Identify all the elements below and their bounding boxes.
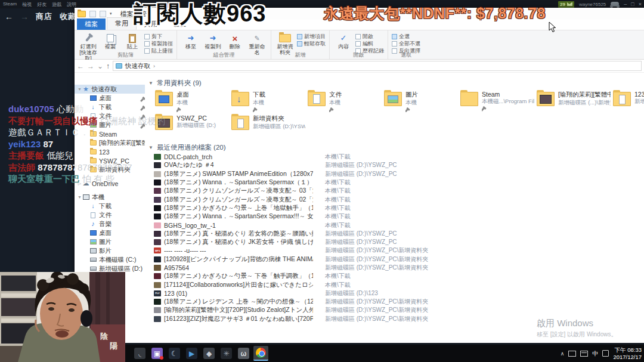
file-path: 本機\下載 — [325, 281, 351, 289]
recent-file-row[interactable]: (18禁アニメ) クリムゾンガールズ～凌辱支配～ 02「第二章 NOZOMI屈服… — [154, 195, 644, 203]
cut-button[interactable]: 剪下 — [144, 33, 173, 40]
sidebar-item-文件[interactable]: 文件 — [75, 211, 145, 219]
clock-date: 2017/12/17 — [613, 354, 642, 360]
folder-name: 圖片 — [405, 91, 418, 99]
recent-file-row[interactable]: (18禁アニメ) 真・秘湯めぐり JK若女将・伊織 慎しげに恥じらい畳む身八つ（… — [154, 238, 644, 246]
folder-tile-文件[interactable]: 文件本機 — [306, 89, 383, 113]
folder-tile-圖片[interactable]: 圖片本機 — [383, 89, 459, 113]
pinwheel-icon[interactable]: ✳ — [219, 346, 234, 361]
chat-segment: 怕 有 些 — [80, 174, 114, 184]
satellite-dish-icon[interactable]: ◟ — [132, 346, 147, 361]
steam-menu-item[interactable]: 說明 — [67, 1, 76, 8]
recent-file-row[interactable]: [瑜翔的茉莉][繁體中文][720P][Studio Zealot]Zトン人外ア… — [154, 306, 644, 314]
recent-file-row[interactable]: BGHS_logo_tw_-1本機\下載 — [154, 221, 644, 229]
recent-file-row[interactable]: MP3---- ---- -u---- ---新增磁碟區 (D:)\YSWZ_P… — [154, 246, 644, 255]
recent-file-row[interactable]: (18禁アニメ) かぎろひ～勺景～ 上巻「地獄触手」（1280x720 AVC_… — [154, 204, 644, 212]
recent-file-row[interactable]: (18禁アニメ) クリムゾンガールズ～凌辱支配～ 03「第二章 NOZOMI屈服… — [154, 187, 644, 195]
quick-toolbar-icon-2[interactable] — [100, 11, 106, 17]
twitch-icon[interactable]: ▣ — [150, 346, 165, 361]
open-button[interactable]: 開啟 — [355, 33, 384, 40]
blue-bird-icon[interactable]: ▶ — [184, 346, 199, 361]
steam-back-icon[interactable]: ← — [5, 12, 13, 21]
sidebar-item-快速存取[interactable]: ▼★快速存取 — [75, 85, 145, 94]
chrome-icon[interactable] — [253, 346, 268, 361]
tab-home[interactable]: 常用 — [107, 17, 137, 30]
ribbon-group-organize: ➜移至 ➜複製到 ×刪除 ✎重新命名 組合管理 — [177, 30, 271, 59]
crescent-moon-icon[interactable]: ☾ — [167, 346, 182, 361]
steam-menu-item[interactable]: Steam — [3, 1, 17, 8]
sidebar-item-影片[interactable]: 影片 — [75, 246, 145, 255]
steam-minimize-icon[interactable]: – — [624, 1, 627, 7]
move-to-button[interactable]: ➜移至 — [181, 32, 201, 50]
chevron-down-icon[interactable]: ▼ — [77, 87, 82, 91]
steam-close-icon[interactable]: × — [639, 1, 642, 7]
recent-file-row[interactable]: A957564新增磁碟區 (D:)\YSWZ_PC\新增資料夾 — [154, 264, 644, 272]
recent-file-row[interactable]: FLV123 (01)新增磁碟區 (D:)\123 — [154, 289, 644, 298]
sidebar-item-音樂[interactable]: ♪音樂 — [75, 219, 145, 228]
back-icon[interactable]: ← — [77, 62, 84, 70]
delete-button[interactable]: ×刪除 — [225, 32, 245, 50]
copy-path-button[interactable]: 複製路徑 — [144, 41, 173, 47]
steam-menu-item[interactable]: 檢視 — [22, 1, 32, 8]
sidebar-item-label: 音樂 — [99, 220, 112, 228]
sidebar-item-圖片[interactable]: 圖片 — [75, 237, 145, 246]
history-dropdown-icon[interactable]: ⌄ — [97, 62, 103, 70]
select-none-button[interactable]: 全部不選 — [392, 41, 420, 47]
steam-username[interactable]: wayne76525 — [579, 2, 606, 7]
up-icon[interactable]: ↑ — [106, 62, 110, 70]
recent-file-row[interactable]: (18禁アニメ) 真・秘湯めぐり 若女将の艶姿～腰踊い揺る前身頃（1280x72… — [154, 230, 644, 238]
chevron-down-icon[interactable]: ▼ — [77, 195, 82, 199]
donation-overlay: 永遠最大包**NDNF**: $7,878.78 — [324, 4, 546, 23]
breadcrumb[interactable]: 快速存取 — [125, 62, 150, 70]
paste-button[interactable]: 貼上 — [122, 32, 143, 50]
steam-menu-item[interactable]: 好友 — [37, 1, 47, 8]
frequent-folders-header[interactable]: ▼常用資料夾 (9) — [148, 79, 202, 88]
steam-maximize-icon[interactable]: □ — [631, 1, 634, 7]
notification-center-icon[interactable] — [602, 350, 609, 357]
gamepad-icon[interactable] — [611, 2, 619, 7]
edit-button[interactable]: 編輯 — [355, 41, 384, 47]
sidebar-item-下載[interactable]: ↓下載 — [75, 202, 145, 211]
folder-tile-[瑜翔的茉莉][繁體中文][Stu...[interactable]: [瑜翔的茉莉][繁體中文][Stu...新增磁碟區 (...)\新增資料夾 (2… — [535, 89, 612, 113]
collapse-icon[interactable]: ▼ — [148, 81, 153, 86]
forward-icon[interactable]: → — [87, 62, 94, 70]
ime-indicator[interactable]: 中 — [592, 349, 598, 358]
sidebar-item-本機磁碟 (C:)[interactable]: 本機磁碟 (C:) — [75, 255, 145, 264]
file-path: 新增磁碟區 (D:)\YSWZ_PC — [325, 238, 397, 246]
keyboard-icon[interactable] — [580, 351, 588, 357]
tray-chevron-icon[interactable]: ∧ — [561, 351, 565, 357]
sidebar-item-桌面[interactable]: 桌面 — [75, 228, 145, 237]
steam-forward-icon[interactable]: → — [20, 12, 29, 21]
display-icon[interactable] — [568, 351, 576, 357]
chat-app-icon-glyph: ω — [238, 348, 249, 359]
recent-file-row[interactable]: (18禁アニメ) Wanna．～SpartanSex Spermax!!!～ 女… — [154, 212, 644, 221]
recent-file-row[interactable]: (18禁アニメ) かぎろひ～勺景～ 下巻「触手調教」（1280x720 AVC_… — [154, 272, 644, 280]
recent-file-row[interactable]: [171124][Collaborationworks]片田舎に嫁いできたロシア… — [154, 280, 644, 289]
address-input[interactable]: 快速存取 › — [113, 61, 642, 71]
folder-tile-Steam[interactable]: Steam本機磁...\Program Files (x86) — [459, 89, 535, 113]
tab-file[interactable]: 檔案 — [77, 18, 106, 30]
chat-app-icon[interactable]: ω — [236, 346, 251, 361]
steam-notification-badge[interactable]: 29 — [558, 1, 574, 8]
chat-message: 不要打輸一我自以慢痛 亞洲統神 設梗的 — [8, 116, 247, 128]
folder-icon — [384, 92, 402, 106]
sidebar-item-桌面[interactable]: 桌面 — [75, 94, 145, 103]
shield-icon[interactable]: ◆ — [202, 346, 216, 361]
properties-button[interactable]: ✓內容 — [333, 32, 354, 50]
recent-file-row[interactable]: [120928][ピンクパイナップル]背徳の病棟 THE ANIMATION D… — [154, 255, 644, 264]
select-all-button[interactable]: 全選 — [392, 33, 420, 40]
file-path: 本機\下載 — [325, 153, 351, 161]
quick-toolbar-icon[interactable] — [89, 11, 96, 17]
steam-menu-item[interactable]: 遊戲 — [52, 1, 61, 8]
easy-access-button[interactable]: 輕鬆存取 — [297, 41, 326, 47]
taskbar-clock[interactable]: 下午 08:33 2017/12/17 — [613, 346, 642, 360]
new-item-button[interactable]: 新增項目 — [297, 33, 326, 40]
copy-to-button[interactable]: ➜複製到 — [203, 32, 223, 50]
steam-store-link[interactable]: 商店 — [36, 11, 52, 22]
sidebar-item-本機[interactable]: ▼本機 — [75, 193, 145, 202]
copy-button[interactable]: 複製 — [100, 32, 120, 50]
recent-file-row[interactable]: (18禁アニメ) レジデンス 上巻 ～闇の中の想像～（1280x720 AVC_… — [154, 298, 644, 306]
folder-tile-123[interactable]: 123新增磁碟... — [612, 89, 644, 113]
group-label-clipboard: 剪貼簿 — [75, 51, 177, 59]
quick-toolbar-dropdown-icon[interactable]: ▾ — [110, 11, 112, 16]
